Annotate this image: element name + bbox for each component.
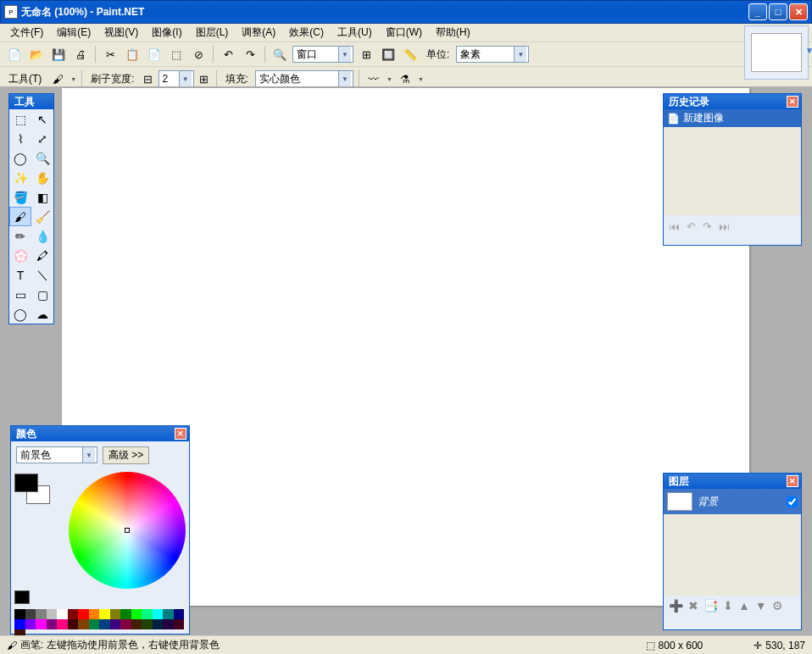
menu-view[interactable]: 视图(V) [97,24,145,42]
tool-move-selection[interactable]: ↖ [31,109,53,129]
layer-add-button[interactable]: ➕ [669,599,683,612]
redo-button[interactable]: ↷ [241,45,259,64]
color-palette[interactable] [14,609,186,629]
layer-delete-button[interactable]: ✖ [688,599,698,612]
thumbnail-overflow-icon[interactable]: ▼ [805,46,812,55]
layer-duplicate-button[interactable]: 📑 [704,599,718,612]
palette-swatch[interactable] [163,619,174,629]
tool-recolor[interactable]: 🖍 [31,246,53,265]
layer-down-button[interactable]: ▼ [755,599,767,612]
menu-window[interactable]: 窗口(W) [379,24,429,42]
fill-combo[interactable]: 实心颜色 ▼ [255,70,353,87]
palette-swatch[interactable] [131,609,142,619]
open-button[interactable]: 📂 [27,45,46,64]
menu-help[interactable]: 帮助(H) [429,24,477,42]
current-tool-icon[interactable]: 🖌 [48,69,67,88]
brush-size-combo[interactable]: 2 ▼ [159,70,194,87]
palette-swatch[interactable] [131,619,142,629]
new-button[interactable]: 📄 [5,45,24,64]
palette-swatch[interactable] [174,619,185,629]
history-undo-button[interactable]: ↶ [687,220,696,233]
palette-swatch[interactable] [99,619,110,629]
palette-swatch[interactable] [47,609,58,619]
aa-dropdown-icon[interactable]: ▼ [387,76,392,82]
layer-props-button[interactable]: ⚙ [772,599,783,612]
menu-image[interactable]: 图像(I) [145,24,188,42]
color-target-combo[interactable]: 前景色 ▼ [16,446,97,463]
tool-dropdown-icon[interactable]: ▼ [70,76,76,82]
tool-pencil[interactable]: ✏ [9,226,31,246]
menu-layers[interactable]: 图层(L) [189,24,236,42]
blend-button[interactable]: ⚗ [396,69,414,88]
tool-magic-wand[interactable]: ✨ [9,168,31,187]
color-wheel[interactable] [69,472,186,589]
layer-item[interactable]: 背景 [664,489,801,514]
antialias-button[interactable]: 〰 [364,69,383,88]
palette-swatch[interactable] [47,619,58,629]
foreground-swatch[interactable] [14,474,38,492]
layer-visible-checkbox[interactable] [787,496,798,507]
tool-text[interactable]: T [9,265,31,285]
tool-move-pixels[interactable]: ⤢ [31,129,53,148]
menu-edit[interactable]: 编辑(E) [50,24,97,42]
document-thumbnail[interactable] [751,33,802,72]
tool-ellipse[interactable]: ◯ [9,304,31,324]
tool-ellipse-select[interactable]: ◯ [9,148,31,168]
zoom-icon[interactable]: 🔍 [270,45,289,64]
brush-inc-button[interactable]: ⊞ [197,69,211,88]
save-button[interactable]: 💾 [49,45,68,64]
palette-swatch[interactable] [25,609,36,619]
palette-swatch[interactable] [110,609,121,619]
palette-swatch[interactable] [78,609,89,619]
deselect-button[interactable]: ⊘ [189,45,208,64]
grid-button[interactable]: ⊞ [357,45,375,64]
undo-button[interactable]: ↶ [219,45,237,64]
palette-swatch[interactable] [14,619,25,629]
palette-swatch[interactable] [14,609,25,619]
tool-rectangle[interactable]: ▭ [9,285,31,304]
ruler-toggle[interactable]: 📏 [401,45,420,64]
colors-close-button[interactable]: ✕ [175,428,186,440]
close-button[interactable]: ✕ [789,3,808,20]
tool-lasso[interactable]: ⌇ [9,129,31,148]
maximize-button[interactable]: □ [769,3,787,20]
paste-button[interactable]: 📄 [145,45,164,64]
palette-swatch[interactable] [110,619,121,629]
tool-paintbrush[interactable]: 🖌 [9,207,31,226]
tool-eraser[interactable]: 🧹 [31,207,53,226]
tool-rounded-rect[interactable]: ▢ [31,285,53,304]
layer-up-button[interactable]: ▲ [738,599,750,612]
menu-tools[interactable]: 工具(U) [331,24,379,42]
palette-swatch[interactable] [153,609,164,619]
palette-swatch[interactable] [57,619,68,629]
crop-button[interactable]: ⬚ [167,45,186,64]
palette-swatch[interactable] [78,619,89,629]
tool-color-picker[interactable]: 💧 [31,226,53,246]
add-color-button[interactable] [14,590,30,604]
palette-swatch[interactable] [142,609,153,619]
palette-swatch[interactable] [36,609,47,619]
palette-swatch[interactable] [174,609,185,619]
tool-paint-bucket[interactable]: 🪣 [9,187,31,207]
tool-zoom[interactable]: 🔍 [31,148,53,168]
tool-freeform[interactable]: ☁ [31,304,53,324]
advanced-button[interactable]: 高级 >> [103,446,149,464]
minimize-button[interactable]: _ [748,3,767,20]
history-close-button[interactable]: ✕ [787,96,798,108]
history-ffwd-button[interactable]: ⏭ [719,220,730,233]
cut-button[interactable]: ✂ [101,45,120,64]
palette-swatch[interactable] [120,609,131,619]
palette-swatch[interactable] [36,619,47,629]
tool-rect-select[interactable]: ⬚ [9,109,31,129]
palette-swatch[interactable] [142,619,153,629]
copy-button[interactable]: 📋 [123,45,142,64]
tool-pan[interactable]: ✋ [31,168,53,187]
palette-swatch[interactable] [120,619,131,629]
ruler-button[interactable]: 🔲 [379,45,398,64]
history-redo-button[interactable]: ↷ [703,220,712,233]
history-rewind-button[interactable]: ⏮ [669,220,680,233]
palette-swatch[interactable] [99,609,110,619]
zoom-combo[interactable]: 窗口 ▼ [292,46,353,63]
palette-swatch[interactable] [89,619,100,629]
palette-swatch[interactable] [68,619,79,629]
